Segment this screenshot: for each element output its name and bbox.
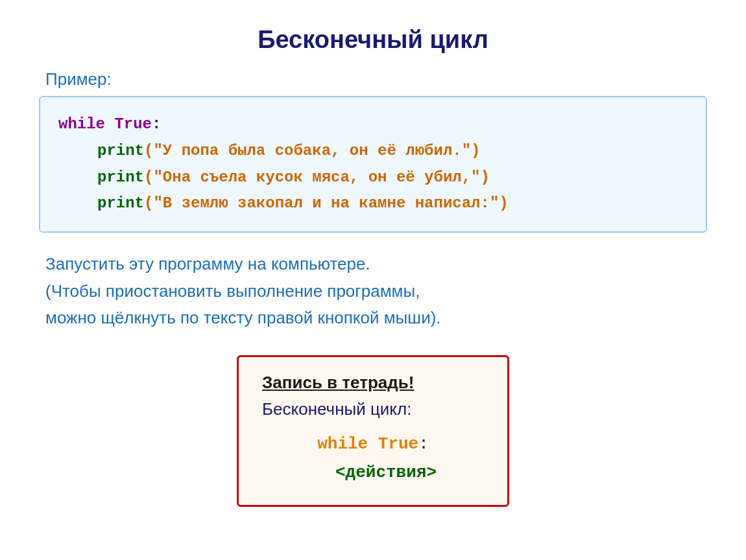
code-print-1: print <box>97 142 144 159</box>
description-line-1: Запустить эту программу на компьютере. <box>45 254 370 274</box>
code-colon-1: : <box>152 115 161 133</box>
notebook-while-keyword: while True <box>317 434 418 454</box>
notebook-actions: <действия> <box>335 463 437 482</box>
code-string-2: ("Она съела кусок мяса, он её убил,") <box>144 169 490 186</box>
example-label: Пример: <box>45 69 707 89</box>
description-text: Запустить эту программу на компьютере. (… <box>45 251 707 332</box>
code-print-3: print <box>97 194 144 212</box>
notebook-actions-line: <действия> <box>262 458 484 487</box>
code-print-2: print <box>97 169 144 186</box>
notebook-code: while True: <действия> <box>262 430 484 487</box>
code-while-true-keyword: while True <box>58 115 152 133</box>
notebook-subtitle: Бесконечный цикл: <box>262 399 484 419</box>
code-string-1: ("У попа была собака, он её любил.") <box>144 142 480 159</box>
code-block: while True: print("У попа была собака, о… <box>39 96 707 233</box>
notebook-box: Запись в тетрадь! Бесконечный цикл: whil… <box>237 355 509 507</box>
notebook-while-line: while True: <box>262 430 484 458</box>
description-line-3: можно щёлкнуть по тексту правой кнопкой … <box>45 308 441 327</box>
description-line-2: (Чтобы приостановить выполнение программ… <box>45 281 420 301</box>
notebook-colon: : <box>418 434 429 454</box>
notebook-title: Запись в тетрадь! <box>262 373 484 393</box>
page-title: Бесконечный цикл <box>39 26 707 54</box>
code-string-3: ("В землю закопал и на камне написал:") <box>144 194 509 212</box>
